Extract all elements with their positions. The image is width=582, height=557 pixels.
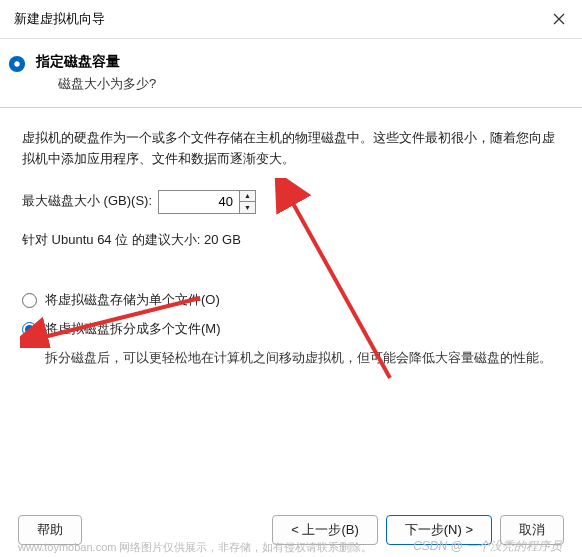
spinner-up[interactable]: ▲ <box>240 191 255 203</box>
radio-single[interactable] <box>22 293 37 308</box>
close-icon <box>553 13 565 25</box>
header-subtitle: 磁盘大小为多少? <box>36 75 562 93</box>
max-size-label: 最大磁盘大小 (GB)(S): <box>22 191 152 212</box>
max-size-row: 最大磁盘大小 (GB)(S): ▲ ▼ <box>22 190 560 214</box>
header-title: 指定磁盘容量 <box>36 53 562 71</box>
radio-single-label: 将虚拟磁盘存储为单个文件(O) <box>45 290 220 311</box>
intro-text: 虚拟机的硬盘作为一个或多个文件存储在主机的物理磁盘中。这些文件最初很小，随着您向… <box>22 128 560 170</box>
wizard-content: 虚拟机的硬盘作为一个或多个文件存储在主机的物理磁盘中。这些文件最初很小，随着您向… <box>0 108 582 502</box>
radio-split[interactable] <box>22 322 37 337</box>
radio-single-row[interactable]: 将虚拟磁盘存储为单个文件(O) <box>22 290 560 311</box>
wizard-window: 新建虚拟机向导 指定磁盘容量 磁盘大小为多少? 虚拟机的硬盘作为一个或多个文件存… <box>0 0 582 557</box>
window-title: 新建虚拟机向导 <box>14 10 105 28</box>
watermark-right: CSDN @ 一个没秃的程序员 <box>413 538 562 555</box>
radio-split-row[interactable]: 将虚拟磁盘拆分成多个文件(M) <box>22 319 560 340</box>
close-button[interactable] <box>550 10 568 28</box>
spinner-down[interactable]: ▼ <box>240 202 255 213</box>
disk-icon <box>8 55 26 73</box>
radio-split-desc: 拆分磁盘后，可以更轻松地在计算机之间移动虚拟机，但可能会降低大容量磁盘的性能。 <box>45 348 560 368</box>
radio-split-label: 将虚拟磁盘拆分成多个文件(M) <box>45 319 221 340</box>
recommend-text: 针对 Ubuntu 64 位 的建议大小: 20 GB <box>22 230 560 251</box>
max-size-input[interactable] <box>159 191 239 213</box>
svg-point-1 <box>14 61 19 66</box>
max-size-spinner[interactable]: ▲ ▼ <box>158 190 256 214</box>
watermark-left: www.toymoban.com 网络图片仅供展示，非存储，如有侵权请联系删除。 <box>18 540 372 555</box>
titlebar: 新建虚拟机向导 <box>0 0 582 39</box>
spinner-buttons: ▲ ▼ <box>239 191 255 213</box>
wizard-header: 指定磁盘容量 磁盘大小为多少? <box>0 39 582 108</box>
